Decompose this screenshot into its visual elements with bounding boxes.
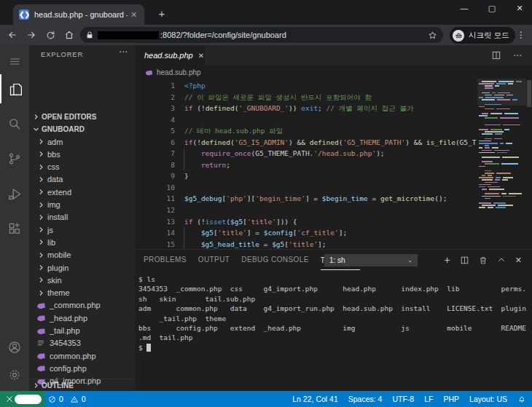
php-file-icon [36,351,46,360]
browser-menu-icon[interactable]: ⋮ [515,28,528,42]
tree-item-lib[interactable]: lib [29,236,135,248]
account-icon[interactable] [0,333,29,362]
status-item-php[interactable]: PHP [443,395,459,403]
tree-item-common-php[interactable]: common.php [29,349,135,362]
status-bar-right: Ln 22, Col 41Spaces: 4UTF-8LFPHPLayout: … [292,391,526,407]
tree-item-bbs[interactable]: bbs [29,148,135,160]
section-label: OPEN EDITORS [42,113,96,121]
terminal-shell-select[interactable]: 1: sh ⌄ [324,254,418,266]
terminal[interactable]: $ ls3454353 _common.php css g4_import.ph… [138,274,530,390]
tree-item-theme[interactable]: theme [29,287,135,299]
code-line-11[interactable]: 11$g5_debug['php']['begin_time'] = $begi… [135,193,477,205]
kill-terminal-trash-icon[interactable] [479,256,488,265]
line-number: 5 [135,125,175,137]
section-outline[interactable]: OUTLINE [29,379,135,391]
maximize-panel-chevron-icon[interactable] [497,256,506,264]
split-editor-icon[interactable] [491,50,501,60]
bookmark-star-icon[interactable] [428,31,437,40]
tree-item-3454353[interactable]: 3454353 [29,337,135,349]
redacted-remote-name [15,395,42,404]
window-maximize-button[interactable]: ▢ [485,1,498,15]
split-terminal-icon[interactable] [460,256,469,265]
code-line-4[interactable]: 4 [135,114,477,126]
window-minimize-button[interactable]: — [458,1,471,15]
breadcrumb[interactable]: head.sub.php [135,66,532,79]
reload-icon[interactable] [42,27,58,43]
tree-item--head-php[interactable]: _head.php [29,312,135,324]
terminal-line: _tail.php theme [138,314,530,323]
problems-summary[interactable]: 0 0 [48,391,90,407]
editor-tab-head-sub-php[interactable]: head.sub.php ✕ [135,45,205,66]
code-line-3[interactable]: 3if (!defined('_GNUBOARD_')) exit; // 개별… [135,103,477,114]
terminal-line: sh skin tail.sub.php [138,294,530,304]
settings-gear-icon[interactable] [0,360,29,390]
tree-item-label: extend [47,188,71,197]
status-item-ln-22-col-41[interactable]: Ln 22, Col 41 [292,395,337,403]
tree-item-adm[interactable]: adm [29,135,135,148]
tree-item-js[interactable]: js [29,224,135,236]
sidebar-item-extensions[interactable] [0,214,29,243]
code-line-10[interactable]: 10 [135,182,477,194]
file-icon [36,339,46,347]
menu-icon[interactable] [0,47,29,76]
status-item-spaces-4[interactable]: Spaces: 4 [348,395,383,403]
code-line-15[interactable]: 15 $g5_head_title = $g5['title']; [135,239,477,249]
editor-scrollbar[interactable] [526,79,532,249]
code-line-2[interactable]: 2// 이 파일은 새로운 파일 생성시 반드시 포함되어야 함 [135,92,477,103]
tree-item-plugin[interactable]: plugin [29,261,135,274]
panel-tab-problems[interactable]: PROBLEMS [144,250,187,270]
status-item-utf-8[interactable]: UTF-8 [392,395,414,403]
tree-item-extend[interactable]: extend [29,186,135,198]
explorer-title: EXPLORER [41,50,83,58]
url-bar[interactable]: :8082/?folder=/config/site/gnuboard [80,27,443,43]
code-line-14[interactable]: 14 $g5['title'] = $config['cf_title']; [135,227,477,239]
close-panel-icon[interactable]: ✕ [515,256,522,265]
tree-item-css[interactable]: css [29,161,135,173]
new-tab-button[interactable]: + [154,7,169,21]
code-line-5[interactable]: 5// 테마 head.sub.php 파일 [135,125,477,137]
sidebar-item-source-control[interactable] [0,144,29,173]
notifications-bell-icon[interactable] [517,395,526,403]
incognito-label: 시크릿 모드 [469,31,509,41]
code-editor[interactable]: 1<?php2// 이 파일은 새로운 파일 생성시 반드시 포함되어야 함3i… [135,79,532,249]
explorer-more-actions-icon[interactable]: ⋯ [119,47,128,57]
tree-item--tail-php[interactable]: _tail.php [29,325,135,337]
sidebar-item-explorer[interactable] [0,74,29,103]
code-line-1[interactable]: 1<?php [135,80,477,92]
code-line-12[interactable]: 12 [135,205,477,216]
tab-close-icon[interactable]: ✕ [198,52,204,60]
section-open-editors[interactable]: OPEN EDITORS [29,111,135,123]
tree-item-img[interactable]: img [29,199,135,211]
status-item-layout-us[interactable]: Layout: US [469,395,507,403]
tree-item-skin[interactable]: skin [29,274,135,286]
browser-tab[interactable]: ❮❯ head.sub.php - gnuboard - Cod ✕ [13,4,144,25]
tree-item--common-php[interactable]: _common.php [29,299,135,312]
code-line-8[interactable]: 8 return; [135,159,477,171]
code-line-6[interactable]: 6if(!defined('G5_IS_ADMIN') && defined('… [135,137,477,149]
tree-item-label: theme [47,288,70,297]
sidebar-item-search[interactable] [0,109,29,138]
tree-item-install[interactable]: install [29,211,135,224]
panel-tab-debug-console[interactable]: DEBUG CONSOLE [241,250,308,270]
code-line-13[interactable]: 13if (!isset($g5['title'])) { [135,216,477,228]
new-terminal-icon[interactable]: + [445,254,450,266]
back-icon[interactable] [4,27,20,43]
home-icon[interactable] [61,27,77,43]
browser-tab-close-icon[interactable]: ✕ [130,10,137,20]
tree-item-label: config.php [50,364,87,373]
forward-icon[interactable] [23,27,39,43]
minimap[interactable] [477,79,526,249]
window-close-button[interactable]: ✕ [513,1,526,15]
explorer-sidebar: EXPLORER ⋯ OPEN EDITORS GNUBOARD admbbsc… [29,45,135,391]
status-item-lf[interactable]: LF [424,395,433,403]
sidebar-item-run-debug[interactable] [0,179,29,208]
code-line-9[interactable]: 9} [135,170,477,182]
tree-item-config-php[interactable]: config.php [29,362,135,374]
tree-item-mobile[interactable]: mobile [29,249,135,261]
section-root-gnuboard[interactable]: GNUBOARD [29,123,135,135]
tree-item-data[interactable]: data [29,173,135,186]
editor-tab-bar: head.sub.php ✕ ⋯ [135,45,532,66]
panel-tab-output[interactable]: OUTPUT [198,250,230,270]
editor-more-actions-icon[interactable]: ⋯ [513,50,522,60]
code-line-7[interactable]: 7 require_once(G5_THEME_PATH.'/head.sub.… [135,148,477,159]
